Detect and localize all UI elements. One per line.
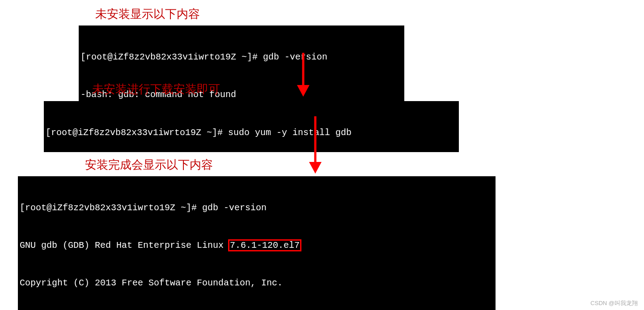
svg-marker-3 <box>309 162 322 174</box>
annotation-after-install: 安装完成会显示以下内容 <box>85 157 213 173</box>
terminal-line: GNU gdb (GDB) Red Hat Enterprise Linux 7… <box>20 239 494 252</box>
terminal-yum-install: [root@iZf8z2vb82x33v1iwrto19Z ~]# sudo y… <box>44 101 459 152</box>
terminal-line: [root@iZf8z2vb82x33v1iwrto19Z ~]# gdb -v… <box>20 202 494 214</box>
terminal-line: Copyright (C) 2013 Free Software Foundat… <box>20 277 494 289</box>
arrow-down-icon <box>294 53 312 98</box>
terminal-line: [root@iZf8z2vb82x33v1iwrto19Z ~]# sudo y… <box>46 127 457 139</box>
csdn-watermark: CSDN @叫我龙翔 <box>590 299 638 307</box>
gdb-version-highlight: 7.6.1-120.el7 <box>229 240 301 251</box>
annotation-not-installed: 未安装显示以下内容 <box>95 6 200 22</box>
arrow-down-icon <box>306 116 324 174</box>
svg-marker-1 <box>297 85 309 97</box>
terminal-gdb-version: [root@iZf8z2vb82x33v1iwrto19Z ~]# gdb -v… <box>18 176 496 310</box>
annotation-install-command: 未安装进行下载安装即可 <box>92 81 220 97</box>
terminal-line: [root@iZf8z2vb82x33v1iwrto19Z ~]# gdb -v… <box>80 51 402 64</box>
